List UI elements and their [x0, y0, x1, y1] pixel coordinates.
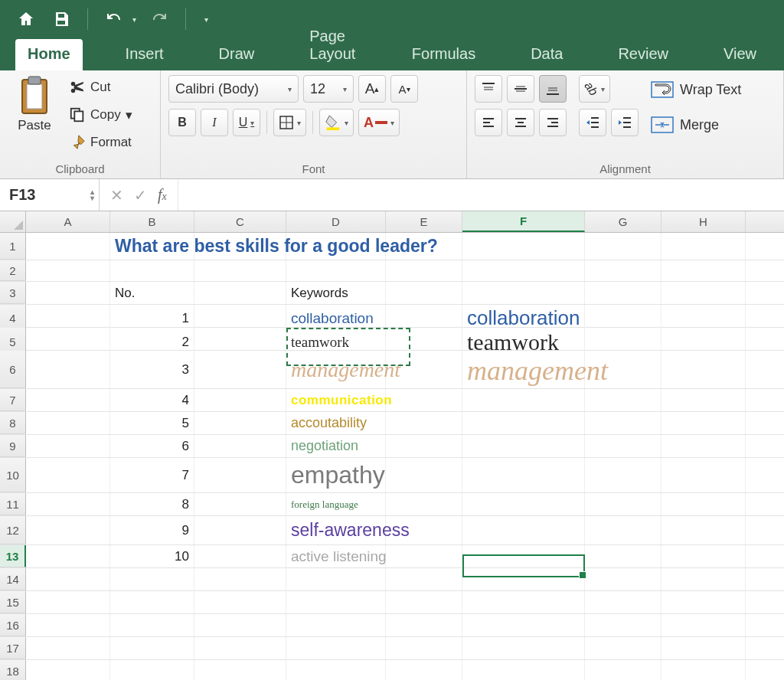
cell[interactable] — [26, 389, 110, 411]
cell[interactable] — [286, 260, 386, 281]
row-header-3[interactable]: 3 — [0, 282, 26, 304]
tab-home[interactable]: Home — [15, 39, 83, 70]
cell[interactable] — [462, 614, 585, 636]
name-box-stepper[interactable]: ▴▾ — [90, 189, 94, 201]
cell[interactable] — [26, 282, 110, 304]
undo-dropdown-caret[interactable]: ▾ — [132, 15, 136, 24]
cell[interactable] — [386, 260, 462, 281]
row-header-10[interactable]: 10 — [0, 458, 26, 492]
cell[interactable] — [110, 637, 194, 659]
cell[interactable] — [662, 282, 746, 304]
cell[interactable] — [462, 637, 585, 659]
cell[interactable] — [585, 282, 662, 304]
cell[interactable] — [585, 412, 662, 434]
row-header-14[interactable]: 14 — [0, 568, 26, 590]
row-header-1[interactable]: 1 — [0, 233, 26, 260]
cell[interactable] — [662, 351, 746, 388]
cell[interactable] — [110, 614, 194, 636]
cell-G1[interactable] — [585, 233, 662, 260]
cell[interactable] — [386, 458, 462, 492]
cell[interactable] — [26, 637, 110, 659]
cell[interactable] — [194, 591, 286, 613]
cancel-formula-icon[interactable]: ✕ — [110, 186, 123, 204]
cell[interactable] — [662, 591, 746, 613]
cell[interactable] — [26, 516, 110, 544]
copy-button[interactable]: Copy ▾ — [66, 103, 136, 127]
cell[interactable] — [462, 516, 585, 544]
cell[interactable] — [26, 545, 110, 567]
cell[interactable] — [194, 389, 286, 411]
cell[interactable] — [194, 660, 286, 680]
align-center-button[interactable] — [507, 109, 534, 136]
cell[interactable] — [194, 282, 286, 304]
cell[interactable] — [662, 568, 746, 590]
tab-review[interactable]: Review — [606, 39, 681, 70]
cell[interactable] — [662, 260, 746, 281]
col-header-D[interactable]: D — [286, 211, 386, 232]
cell[interactable] — [386, 435, 462, 457]
cell[interactable] — [26, 614, 110, 636]
cell[interactable] — [194, 412, 286, 434]
fill-color-button[interactable]: ▾ — [319, 109, 354, 136]
col-header-F[interactable]: F — [462, 211, 585, 232]
cell[interactable] — [462, 660, 585, 680]
cell[interactable] — [662, 545, 746, 567]
redo-icon[interactable] — [147, 7, 172, 31]
select-all-corner[interactable] — [0, 211, 26, 232]
increase-indent-button[interactable] — [611, 109, 639, 136]
cell-D9[interactable]: negotiation — [286, 435, 386, 457]
cell[interactable] — [585, 568, 662, 590]
cell-B9[interactable]: 6 — [110, 435, 194, 457]
cell[interactable] — [110, 591, 194, 613]
tab-view[interactable]: View — [711, 39, 769, 70]
cell-B7[interactable]: 4 — [110, 389, 194, 411]
col-header-C[interactable]: C — [194, 211, 286, 232]
cell[interactable] — [462, 389, 585, 411]
col-header-G[interactable]: G — [585, 211, 662, 232]
borders-button[interactable]: ▾ — [273, 109, 306, 136]
grow-font-button[interactable]: A▴ — [358, 75, 386, 103]
cell[interactable] — [194, 516, 286, 544]
cell-D12[interactable]: self-awareness — [286, 516, 386, 544]
cell[interactable] — [194, 614, 286, 636]
undo-icon[interactable] — [102, 7, 126, 31]
cell[interactable] — [585, 260, 662, 281]
cell[interactable] — [26, 435, 110, 457]
cell[interactable] — [662, 637, 746, 659]
cell[interactable] — [462, 412, 585, 434]
cell[interactable] — [194, 545, 286, 567]
cell[interactable] — [26, 260, 110, 281]
cell[interactable] — [386, 614, 462, 636]
cell[interactable] — [386, 493, 462, 515]
font-family-select[interactable]: Calibri (Body) ▾ — [168, 75, 299, 103]
row-header-12[interactable]: 12 — [0, 516, 26, 544]
italic-button[interactable]: I — [201, 109, 228, 136]
cell[interactable] — [662, 493, 746, 515]
formula-input[interactable] — [178, 179, 784, 211]
home-icon[interactable] — [14, 7, 38, 31]
cell-B13[interactable]: 10 — [110, 545, 194, 567]
cell[interactable] — [462, 493, 585, 515]
cell-D13[interactable]: active listening — [286, 545, 386, 567]
cell-B8[interactable]: 5 — [110, 412, 194, 434]
cell[interactable] — [194, 637, 286, 659]
cell[interactable] — [585, 458, 662, 492]
cell[interactable] — [386, 389, 462, 411]
cell-B3[interactable]: No. — [110, 282, 194, 304]
merge-button[interactable]: Merge — [651, 112, 741, 138]
tab-page-layout[interactable]: Page Layout — [297, 21, 369, 70]
cell-B10[interactable]: 7 — [110, 458, 194, 492]
col-header-B[interactable]: B — [110, 211, 194, 232]
col-header-H[interactable]: H — [662, 211, 746, 232]
row-header-2[interactable]: 2 — [0, 260, 26, 281]
cell[interactable] — [386, 282, 462, 304]
tab-formulas[interactable]: Formulas — [400, 39, 488, 70]
col-header-A[interactable]: A — [26, 211, 110, 232]
cell[interactable] — [26, 412, 110, 434]
save-icon[interactable] — [49, 7, 74, 31]
cell[interactable] — [386, 591, 462, 613]
decrease-indent-button[interactable] — [579, 109, 606, 136]
cell[interactable] — [386, 516, 462, 544]
cell[interactable] — [462, 591, 585, 613]
cell-D6[interactable]: management — [286, 351, 386, 388]
